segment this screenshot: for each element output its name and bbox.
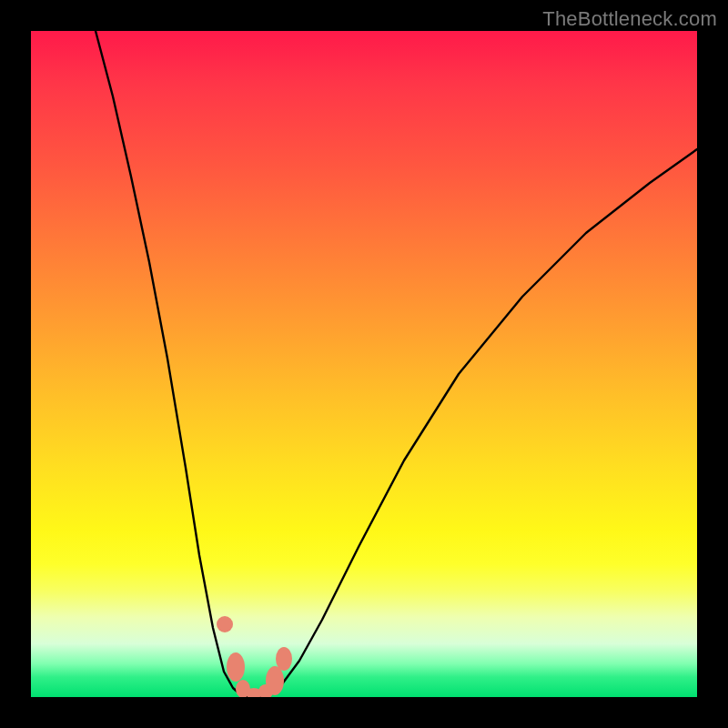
plot-frame <box>31 31 697 697</box>
curve-marker <box>217 616 233 632</box>
curve-path <box>96 31 697 697</box>
bottleneck-curve <box>31 31 697 697</box>
watermark-text: TheBottleneck.com <box>542 7 717 31</box>
curve-marker <box>227 652 245 682</box>
curve-marker <box>266 666 284 695</box>
curve-marker <box>276 647 292 671</box>
